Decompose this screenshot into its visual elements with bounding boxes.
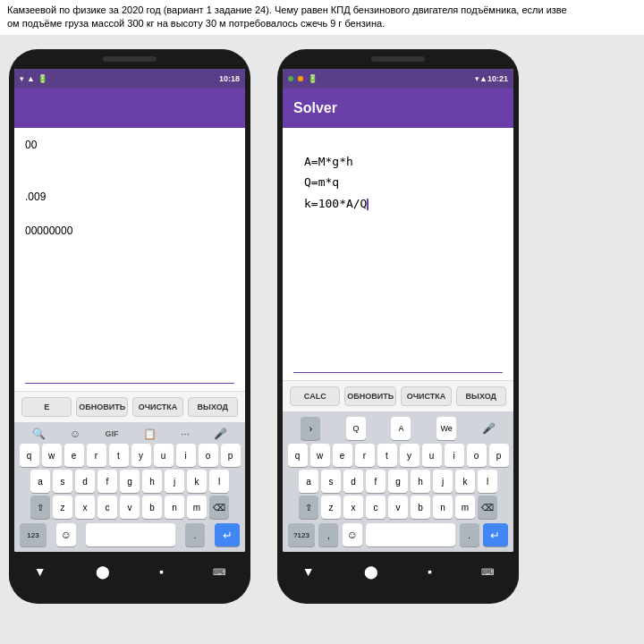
kb-rkey-i[interactable]: i bbox=[445, 444, 464, 467]
kb-bottom-right: ?123 , ☺ . ↵ bbox=[284, 521, 512, 548]
kb-top-row-right: › Q A We 🎤 bbox=[284, 415, 512, 442]
nav-recent-right[interactable]: ▪ bbox=[428, 564, 432, 579]
kb-key-v[interactable]: v bbox=[120, 496, 140, 519]
kb-rkey-f[interactable]: f bbox=[366, 470, 386, 493]
kb-rkey-j[interactable]: j bbox=[433, 470, 453, 493]
kb-rkey-b[interactable]: b bbox=[411, 496, 430, 519]
kb-rkey-d[interactable]: d bbox=[343, 470, 363, 493]
kb-period-right[interactable]: . bbox=[460, 523, 479, 547]
kb-key-x[interactable]: x bbox=[75, 496, 95, 519]
kb-rkey-c[interactable]: c bbox=[366, 496, 386, 519]
kb-rkey-r[interactable]: r bbox=[355, 444, 375, 467]
kb-rkey-q[interactable]: q bbox=[288, 444, 308, 467]
kb-rkey-a[interactable]: a bbox=[299, 470, 318, 493]
btn-e-left[interactable]: Е bbox=[21, 397, 72, 417]
kb-rkey-x[interactable]: x bbox=[343, 496, 363, 519]
kb-rkey-u[interactable]: u bbox=[422, 444, 442, 467]
btn-clear-right[interactable]: ОЧИСТКА bbox=[401, 386, 451, 406]
btn-clear-left[interactable]: ОЧИСТКА bbox=[132, 397, 182, 417]
emoji-kbd-icon[interactable]: ☺ bbox=[70, 428, 80, 440]
kb-key-h[interactable]: h bbox=[142, 470, 162, 493]
clipboard-icon[interactable]: 📋 bbox=[143, 428, 157, 440]
nav-home-left[interactable]: ⬤ bbox=[96, 564, 110, 579]
kb-key-u[interactable]: u bbox=[154, 444, 174, 467]
gif-icon[interactable]: GIF bbox=[105, 429, 118, 438]
kb-key-q[interactable]: q bbox=[20, 444, 39, 467]
kb-key-r[interactable]: r bbox=[87, 444, 106, 467]
kb-rkey-g[interactable]: g bbox=[388, 470, 408, 493]
kb-enter-right[interactable]: ↵ bbox=[483, 523, 508, 547]
kb-rkey-o[interactable]: o bbox=[467, 444, 487, 467]
btn-calc-right[interactable]: CALC bbox=[290, 386, 340, 406]
kb-space-right[interactable] bbox=[366, 523, 455, 547]
search-icon[interactable]: 🔍 bbox=[32, 428, 46, 440]
kb-rkey-v[interactable]: v bbox=[388, 496, 408, 519]
kb-rkey-z[interactable]: z bbox=[321, 496, 341, 519]
kb-123-right[interactable]: ?123 bbox=[288, 523, 315, 547]
nav-back-right[interactable]: ▼ bbox=[302, 564, 315, 579]
kb-backspace-right[interactable]: ⌫ bbox=[478, 496, 497, 519]
kb-rkey-h[interactable]: h bbox=[411, 470, 430, 493]
status-time-left: 10:18 bbox=[219, 74, 240, 83]
kb-key-b[interactable]: b bbox=[142, 496, 162, 519]
kb-key-l[interactable]: l bbox=[209, 470, 229, 493]
kb-rkey-w[interactable]: w bbox=[310, 444, 330, 467]
kb-key-i[interactable]: i bbox=[176, 444, 196, 467]
kb-key-n[interactable]: n bbox=[165, 496, 184, 519]
kb-emoji-left[interactable]: ☺ bbox=[56, 523, 76, 547]
kb-enter-left[interactable]: ↵ bbox=[215, 523, 240, 547]
input-line-right bbox=[293, 359, 503, 373]
kb-key-w[interactable]: w bbox=[42, 444, 62, 467]
kb-key-k[interactable]: k bbox=[187, 470, 207, 493]
kb-rkey-y[interactable]: y bbox=[400, 444, 419, 467]
kb-rkey-k[interactable]: k bbox=[455, 470, 475, 493]
kb-suggest-a[interactable]: A bbox=[391, 417, 411, 440]
btn-update-left[interactable]: ОБНОВИТЬ bbox=[76, 397, 128, 417]
kb-space-left[interactable] bbox=[86, 523, 175, 547]
kb-rkey-e[interactable]: e bbox=[333, 444, 352, 467]
kb-comma-right[interactable]: , bbox=[318, 523, 338, 547]
kb-key-e[interactable]: e bbox=[64, 444, 84, 467]
kb-key-t[interactable]: t bbox=[109, 444, 129, 467]
nav-kbd-left[interactable]: ⌨ bbox=[213, 567, 225, 577]
kb-rkey-n[interactable]: n bbox=[433, 496, 453, 519]
kb-key-o[interactable]: o bbox=[199, 444, 218, 467]
kb-emoji-right[interactable]: ☺ bbox=[343, 523, 362, 547]
btn-exit-right[interactable]: ВЫХОД bbox=[456, 386, 506, 406]
nav-back-left[interactable]: ▼ bbox=[34, 564, 47, 579]
kb-key-a[interactable]: a bbox=[30, 470, 50, 493]
kb-key-c[interactable]: c bbox=[97, 496, 117, 519]
kb-key-f[interactable]: f bbox=[97, 470, 117, 493]
kb-key-p[interactable]: p bbox=[221, 444, 241, 467]
btn-exit-left[interactable]: ВЫХОД bbox=[188, 397, 238, 417]
kb-123-left[interactable]: 123 bbox=[20, 523, 47, 547]
nav-kbd-right[interactable]: ⌨ bbox=[481, 567, 494, 577]
mic-icon[interactable]: 🎤 bbox=[214, 428, 227, 440]
kb-key-z[interactable]: z bbox=[53, 496, 72, 519]
kb-suggest-q[interactable]: Q bbox=[346, 417, 366, 440]
kb-key-d[interactable]: d bbox=[75, 470, 95, 493]
kb-key-j[interactable]: j bbox=[165, 470, 184, 493]
top-text-line1: Камзеевой по физике за 2020 год (вариант… bbox=[7, 4, 567, 15]
btn-update-right[interactable]: ОБНОВИТЬ bbox=[344, 386, 396, 406]
kb-shift-right[interactable]: ⇧ bbox=[299, 496, 318, 519]
nav-recent-left[interactable]: ▪ bbox=[159, 564, 164, 579]
kb-key-y[interactable]: y bbox=[131, 444, 151, 467]
kb-backspace-left[interactable]: ⌫ bbox=[209, 496, 229, 519]
kb-period-left[interactable]: . bbox=[185, 523, 205, 547]
kb-rkey-m[interactable]: m bbox=[455, 496, 475, 519]
kb-shift-left[interactable]: ⇧ bbox=[30, 496, 50, 519]
nav-home-right[interactable]: ⬤ bbox=[364, 564, 378, 579]
keyboard-left: 🔍 ☺ GIF 📋 ··· 🎤 q w e r t y u i o p a bbox=[14, 422, 245, 552]
kb-arrow-right[interactable]: › bbox=[301, 417, 320, 440]
kb-rkey-p[interactable]: p bbox=[489, 444, 509, 467]
kb-key-g[interactable]: g bbox=[120, 470, 140, 493]
mic-icon-right[interactable]: 🎤 bbox=[482, 422, 496, 435]
kb-rkey-t[interactable]: t bbox=[377, 444, 397, 467]
kb-key-s[interactable]: s bbox=[53, 470, 72, 493]
kb-rkey-l[interactable]: l bbox=[478, 470, 497, 493]
more-icon[interactable]: ··· bbox=[181, 428, 190, 440]
kb-rkey-s[interactable]: s bbox=[321, 470, 341, 493]
kb-suggest-we[interactable]: We bbox=[436, 417, 456, 440]
kb-key-m[interactable]: m bbox=[187, 496, 207, 519]
